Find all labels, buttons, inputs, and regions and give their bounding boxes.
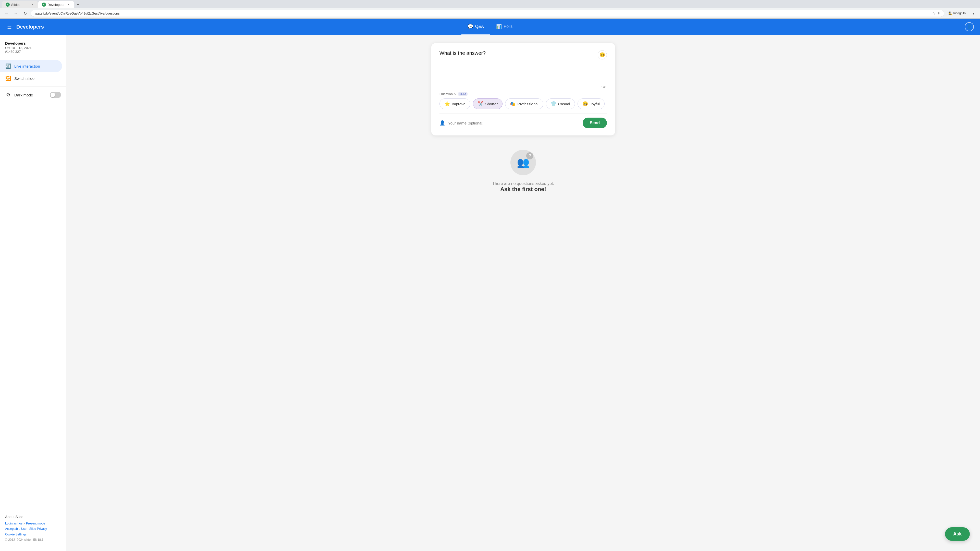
tabs-bar: S Slidos ✕ S Developers ✕ +: [0, 0, 980, 8]
tab-developers-close[interactable]: ✕: [66, 3, 70, 6]
dark-mode-toggle[interactable]: [50, 92, 61, 98]
main-content: What is the answer? 😊 141 Question AI BE…: [66, 35, 980, 551]
empty-subtitle: There are no questions asked yet.: [492, 181, 554, 186]
ai-buttons: ⭐ Improve ✂️ Shorter 🎭 Professional �: [439, 98, 607, 109]
ai-professional-button[interactable]: 🎭 Professional: [505, 98, 543, 109]
user-icon: 👤: [439, 120, 445, 126]
sidebar-info: Developers Oct 10 – 13, 2024 #1480 327: [0, 39, 66, 58]
address-bar-row: ← → ↻ app.sli.do/event/dCnjRveGaeVb49ut2…: [0, 8, 980, 18]
incognito-label: Incognito: [953, 11, 966, 15]
question-text: What is the answer?: [439, 50, 598, 56]
tab-slidos-close[interactable]: ✕: [30, 3, 34, 6]
hamburger-button[interactable]: ☰: [6, 23, 13, 31]
char-count: 141: [439, 85, 607, 89]
professional-icon: 🎭: [510, 101, 515, 106]
ai-improve-button[interactable]: ⭐ Improve: [439, 98, 470, 109]
forward-button[interactable]: →: [12, 10, 19, 17]
tab-developers[interactable]: S Developers ✕: [38, 1, 74, 8]
sidebar-item-live-interaction[interactable]: 🔄 Live interaction: [0, 60, 62, 72]
address-url: app.sli.do/event/dCnjRveGaeVb49ut2zGgst/…: [35, 11, 930, 15]
ai-joyful-button[interactable]: 😄 Joyful: [578, 98, 605, 109]
ai-label-text: Question AI: [439, 92, 457, 96]
sidebar-divider: [0, 86, 66, 87]
more-options-button[interactable]: ⋮: [970, 10, 977, 17]
name-input[interactable]: [448, 121, 579, 125]
app-body: Developers Oct 10 – 13, 2024 #1480 327 🔄…: [0, 35, 980, 551]
tab-developers-label: Developers: [48, 3, 64, 6]
tab-qa-label: Q&A: [475, 24, 484, 29]
dark-mode-row: ⚙ Dark mode: [0, 89, 66, 101]
tab-developers-favicon: S: [42, 3, 46, 6]
tab-polls-label: Polls: [504, 24, 513, 29]
header-title: Developers: [16, 24, 44, 30]
present-mode-link[interactable]: Present mode: [26, 522, 45, 525]
empty-illustration: 👥 ?: [511, 150, 536, 175]
tab-slidos[interactable]: S Slidos ✕: [2, 1, 38, 8]
address-bar[interactable]: app.sli.do/event/dCnjRveGaeVb49ut2zGgst/…: [30, 10, 944, 17]
header-left: ☰ Developers: [6, 23, 44, 31]
empty-state: 👥 ? There are no questions asked yet. As…: [486, 144, 560, 201]
ai-casual-button[interactable]: 👕 Casual: [546, 98, 575, 109]
header-right: 👤: [965, 22, 974, 32]
live-interaction-icon: 🔄: [5, 63, 11, 69]
tab-polls[interactable]: 📊 Polls: [490, 19, 519, 35]
new-tab-button[interactable]: +: [75, 1, 82, 8]
dark-mode-icon: ⚙: [5, 92, 11, 98]
bookmark-icon[interactable]: ☆: [932, 11, 935, 15]
cookie-settings-link[interactable]: Cookie Settings: [5, 533, 27, 536]
header-nav: 💬 Q&A 📊 Polls: [461, 19, 519, 35]
tab-qa[interactable]: 💬 Q&A: [461, 19, 490, 35]
footer-cookie: Cookie Settings: [5, 532, 61, 537]
ai-section: Question AI BETA ⭐ Improve ✂️ Shorter: [439, 92, 607, 109]
ask-fab-button[interactable]: Ask: [945, 527, 970, 541]
dark-mode-label: Dark mode: [14, 93, 47, 97]
ai-label: Question AI BETA: [439, 92, 607, 96]
about-slido-link[interactable]: About Slido: [5, 515, 61, 519]
question-mark: ?: [526, 152, 533, 159]
sidebar-event-dates: Oct 10 – 13, 2024: [5, 46, 61, 50]
send-row: 👤 Send: [439, 113, 607, 128]
beta-badge: BETA: [458, 92, 467, 96]
switch-slido-label: Switch slido: [14, 76, 35, 81]
toggle-thumb: [51, 93, 55, 97]
sidebar: Developers Oct 10 – 13, 2024 #1480 327 🔄…: [0, 35, 66, 551]
slido-privacy-link[interactable]: Slido Privacy: [29, 527, 47, 530]
emoji-button[interactable]: 😊: [598, 50, 607, 59]
refresh-button[interactable]: ↻: [21, 10, 29, 17]
address-icons: ☆ ⬇: [932, 11, 940, 15]
footer-copyright: © 2012–2024 slido · 58.18.1: [5, 537, 61, 543]
ai-shorter-button[interactable]: ✂️ Shorter: [473, 98, 503, 109]
live-interaction-label: Live interaction: [14, 64, 40, 68]
switch-slido-icon: 🔀: [5, 75, 11, 81]
incognito-badge[interactable]: 🕵 Incognito: [946, 11, 968, 16]
acceptable-use-link[interactable]: Acceptable Use: [5, 527, 27, 530]
footer-login-link: Login as host - Present mode: [5, 521, 61, 527]
qa-icon: 💬: [468, 24, 473, 29]
question-textarea[interactable]: [439, 62, 607, 83]
back-button[interactable]: ←: [3, 10, 10, 17]
profile-button[interactable]: 👤: [965, 22, 974, 32]
login-as-host-link[interactable]: Login as host: [5, 522, 23, 525]
casual-icon: 👕: [551, 101, 556, 106]
question-header: What is the answer? 😊: [439, 50, 607, 59]
sidebar-item-switch-slido[interactable]: 🔀 Switch slido: [0, 72, 66, 84]
improve-label: Improve: [452, 102, 466, 106]
shorter-label: Shorter: [485, 102, 498, 106]
app-header: ☰ Developers 💬 Q&A 📊 Polls 👤: [0, 19, 980, 35]
casual-label: Casual: [558, 102, 570, 106]
footer-links: Login as host - Present mode Acceptable …: [5, 521, 61, 543]
question-card: What is the answer? 😊 141 Question AI BE…: [431, 43, 615, 135]
empty-title: Ask the first one!: [500, 186, 546, 192]
send-button[interactable]: Send: [583, 118, 607, 128]
tab-slidos-label: Slidos: [11, 3, 20, 6]
footer-policy-links: Acceptable Use - Slido Privacy: [5, 526, 61, 532]
joyful-label: Joyful: [590, 102, 600, 106]
tab-slidos-favicon: S: [6, 3, 10, 6]
professional-label: Professional: [517, 102, 538, 106]
sidebar-event-id: #1480 327: [5, 50, 61, 54]
browser-chrome: S Slidos ✕ S Developers ✕ + ← → ↻ app.sl…: [0, 0, 980, 19]
shorter-icon: ✂️: [478, 101, 484, 106]
app-wrapper: ☰ Developers 💬 Q&A 📊 Polls 👤 Developers …: [0, 19, 980, 551]
improve-icon: ⭐: [444, 101, 450, 106]
download-icon[interactable]: ⬇: [937, 11, 940, 15]
